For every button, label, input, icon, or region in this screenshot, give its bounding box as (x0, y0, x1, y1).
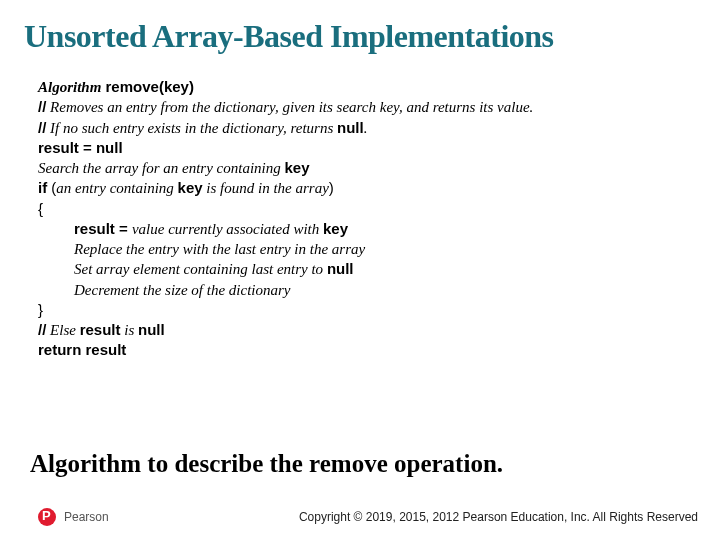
comment-text: If no such entry exists in the dictionar… (46, 120, 337, 136)
result-keyword: result (80, 321, 121, 338)
key-keyword: key (178, 179, 203, 196)
null-keyword: null (138, 321, 165, 338)
algo-comment-2: // If no such entry exists in the dictio… (38, 118, 720, 138)
caption: Algorithm to describe the remove operati… (30, 450, 503, 478)
code-text: result = null (38, 139, 123, 156)
publisher-logo: Pearson (38, 507, 109, 526)
comment-text: . (364, 120, 368, 136)
algo-signature: Algorithm remove(key) (38, 77, 720, 97)
null-keyword: null (327, 260, 354, 277)
algo-line-search: Search the array for an entry containing… (38, 158, 720, 178)
algo-line-replace: Replace the entry with the last entry in… (38, 239, 720, 259)
comment-text: is (121, 322, 139, 338)
step-text: Set array element containing last entry … (74, 261, 327, 277)
cond-text: an entry containing (56, 180, 177, 196)
algo-line-setnull: Set array element containing last entry … (38, 259, 720, 279)
algo-comment-else: // Else result is null (38, 320, 720, 340)
algo-line-init: result = null (38, 138, 720, 158)
algo-name: remove(key) (101, 78, 194, 95)
page-title: Unsorted Array-Based Implementations (0, 0, 720, 55)
code-text: result = (74, 220, 132, 237)
pearson-icon (38, 508, 56, 526)
key-keyword: key (323, 220, 348, 237)
brace-close: } (38, 300, 720, 320)
comment-text: Else (46, 322, 79, 338)
algo-line-if: if (an entry containing key is found in … (38, 178, 720, 198)
slide: Unsorted Array-Based Implementations Alg… (0, 0, 720, 540)
comment-text: Removes an entry from the dictionary, gi… (46, 99, 533, 115)
paren: ( (47, 179, 56, 196)
algo-comment-1: // Removes an entry from the dictionary,… (38, 97, 720, 117)
footer: Pearson Copyright © 2019, 2015, 2012 Pea… (0, 502, 720, 526)
algo-line-return: return result (38, 340, 720, 360)
null-keyword: null (337, 119, 364, 136)
copyright-text: Copyright © 2019, 2015, 2012 Pearson Edu… (299, 510, 698, 524)
cond-text: is found in the array (203, 180, 329, 196)
paren: ) (329, 179, 334, 196)
algo-line-result: result = value currently associated with… (38, 219, 720, 239)
brace-open: { (38, 199, 720, 219)
algo-line-decrement: Decrement the size of the dictionary (38, 280, 720, 300)
algo-keyword: Algorithm (38, 79, 101, 95)
step-text: Search the array for an entry containing (38, 160, 285, 176)
step-text: value currently associated with (132, 221, 323, 237)
brand-name: Pearson (64, 510, 109, 524)
key-keyword: key (285, 159, 310, 176)
if-keyword: if (38, 179, 47, 196)
algorithm-block: Algorithm remove(key) // Removes an entr… (0, 55, 720, 361)
